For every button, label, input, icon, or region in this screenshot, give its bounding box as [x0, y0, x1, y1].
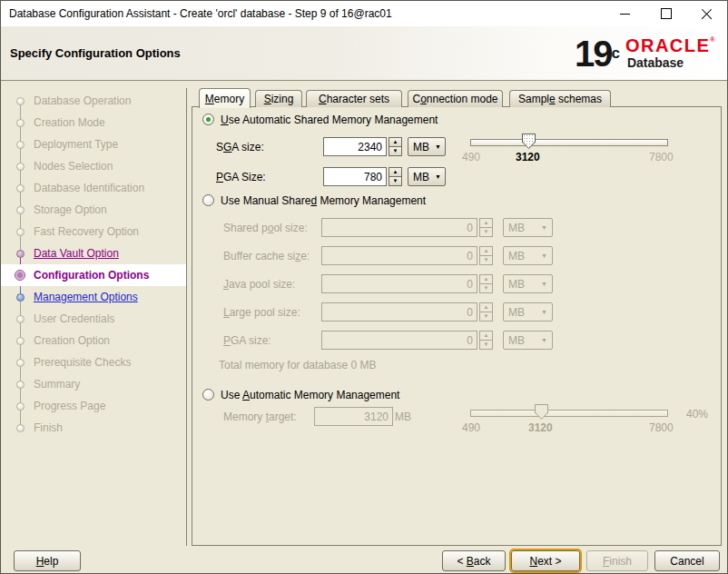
- slider-max-label: 7800: [649, 421, 674, 434]
- window-title: Database Configuration Assistant - Creat…: [1, 7, 605, 20]
- slider-thumb: [535, 404, 548, 420]
- cancel-button[interactable]: Cancel: [654, 550, 720, 571]
- sidebar-item-database-operation: Database Operation: [1, 90, 186, 112]
- maximize-icon: [661, 8, 672, 19]
- pga-size-spinner: ▲ ▼: [389, 167, 402, 186]
- spinner-up-icon[interactable]: ▲: [389, 167, 402, 177]
- tab-character-sets[interactable]: Character sets: [306, 90, 402, 107]
- sidebar-item-fast-recovery-option: Fast Recovery Option: [1, 221, 186, 242]
- help-button[interactable]: Help: [14, 550, 81, 571]
- slider-current-label: 3120: [516, 151, 540, 163]
- sga-size-spinner: ▲ ▼: [389, 137, 402, 156]
- close-button[interactable]: [686, 2, 727, 26]
- java-pool-input: [321, 274, 477, 293]
- memory-target-unit: MB: [395, 411, 411, 423]
- buffer-cache-unit-select: MB▼: [503, 246, 553, 265]
- memory-slider: 490 3120 7800: [462, 134, 680, 164]
- dbca-window: Database Configuration Assistant - Creat…: [0, 0, 728, 574]
- back-button[interactable]: < Back: [442, 550, 506, 571]
- sidebar-item-creation-option: Creation Option: [1, 330, 186, 351]
- spinner-down-icon: ▼: [479, 228, 493, 237]
- configuration-panel: Memory Sizing Character sets Connection …: [192, 88, 722, 546]
- large-pool-label: Large pool size:: [223, 306, 300, 319]
- memory-target-label: Memory target:: [223, 411, 297, 423]
- shared-pool-row: Shared pool size: ▲▼ MB▼: [192, 218, 722, 237]
- step-bullet: [16, 381, 25, 389]
- tab-sizing[interactable]: Sizing: [255, 90, 302, 107]
- slider-max-label: 7800: [649, 151, 674, 163]
- spinner-up-icon: ▲: [479, 218, 493, 228]
- combo-arrow-icon: ▼: [541, 281, 547, 287]
- java-pool-spinner: ▲▼: [479, 274, 493, 293]
- buffer-cache-spinner: ▲▼: [479, 246, 493, 265]
- step-bullet: [16, 184, 25, 193]
- shared-pool-spinner: ▲▼: [479, 218, 493, 237]
- spinner-up-icon[interactable]: ▲: [389, 137, 402, 147]
- step-bullet: [16, 315, 25, 323]
- sidebar-item-storage-option: Storage Option: [1, 199, 186, 221]
- minimize-icon: [620, 14, 630, 15]
- sidebar-item-configuration-options: Configuration Options: [1, 264, 186, 286]
- step-bullet: [16, 97, 25, 105]
- radio-manual-shared-memory[interactable]: Use Manual Shared Memory Management: [202, 193, 426, 207]
- manual-pga-spinner: ▲▼: [479, 331, 493, 350]
- spinner-down-icon: ▼: [479, 312, 493, 322]
- slider-min-label: 490: [462, 421, 480, 434]
- minimize-button[interactable]: [605, 2, 645, 26]
- step-bullet: [16, 163, 25, 171]
- tab-sample-schemas[interactable]: Sample schemas: [509, 90, 611, 107]
- step-bullet: [16, 359, 25, 367]
- maximize-button[interactable]: [645, 2, 686, 26]
- slider-current-label: 3120: [528, 421, 553, 434]
- step-bullet: [16, 424, 25, 432]
- pga-unit-select[interactable]: MB ▼: [408, 167, 446, 186]
- pga-size-input[interactable]: [323, 167, 387, 186]
- tab-connection-mode[interactable]: Connection mode: [408, 90, 503, 107]
- step-bullet: [16, 250, 25, 258]
- step-bullet: [16, 402, 25, 411]
- combo-arrow-icon: ▼: [541, 337, 547, 343]
- next-button[interactable]: Next >: [511, 550, 580, 571]
- memory-target-input: [314, 407, 393, 426]
- sga-size-input[interactable]: [323, 137, 387, 156]
- buffer-cache-row: Buffer cache size: ▲▼ MB▼: [192, 246, 722, 265]
- manual-pga-input: [321, 331, 477, 350]
- large-pool-input: [321, 302, 477, 322]
- sidebar-item-nodes-selection: Nodes Selection: [1, 155, 186, 177]
- sidebar-item-data-vault-option[interactable]: Data Vault Option: [1, 242, 186, 264]
- java-pool-row: Java pool size: ▲▼ MB▼: [192, 274, 722, 293]
- steps-sidebar: Database Operation Creation Mode Deploym…: [1, 81, 186, 546]
- registered-mark: ®: [710, 36, 716, 43]
- slider-track[interactable]: [470, 139, 668, 146]
- logo-product: Database: [625, 55, 684, 70]
- close-icon: [701, 8, 713, 20]
- step-bullet: [16, 206, 25, 214]
- oracle-19c-logo: 19c ORACLE® Database: [575, 35, 716, 72]
- sidebar-item-prerequisite-checks: Prerequisite Checks: [1, 351, 186, 373]
- slider-min-label: 490: [462, 151, 480, 163]
- step-bullet: [16, 337, 25, 345]
- memory-percent-label: 40%: [686, 408, 708, 421]
- sidebar-item-summary: Summary: [1, 373, 186, 395]
- step-bullet: [16, 141, 25, 149]
- page-header: Specify Configuration Options 19c ORACLE…: [1, 26, 727, 81]
- slider-thumb[interactable]: [522, 134, 536, 149]
- sidebar-item-management-options[interactable]: Management Options: [1, 286, 186, 308]
- spinner-down-icon[interactable]: ▼: [389, 147, 402, 156]
- page-title: Specify Configuration Options: [10, 46, 181, 60]
- title-bar: Database Configuration Assistant - Creat…: [1, 1, 727, 27]
- sidebar-item-deployment-type: Deployment Type: [1, 134, 186, 155]
- step-bullet: [16, 228, 25, 236]
- tab-memory[interactable]: Memory: [199, 88, 251, 108]
- radio-auto-shared-memory[interactable]: Use Automatic Shared Memory Management: [202, 113, 438, 126]
- shared-pool-unit-select: MB▼: [503, 218, 553, 237]
- step-bullet: [16, 119, 25, 127]
- pga-size-label: PGA Size:: [216, 171, 266, 183]
- total-memory-text: Total memory for database 0 MB: [219, 359, 376, 371]
- sga-unit-select[interactable]: MB ▼: [408, 137, 446, 156]
- logo-version: 19: [575, 35, 612, 72]
- spinner-down-icon[interactable]: ▼: [389, 177, 402, 186]
- combo-arrow-icon: ▼: [541, 309, 547, 315]
- radio-auto-memory[interactable]: Use Automatic Memory Management: [202, 388, 399, 401]
- pga-size-row: PGA Size: ▲ ▼ MB ▼: [192, 167, 722, 186]
